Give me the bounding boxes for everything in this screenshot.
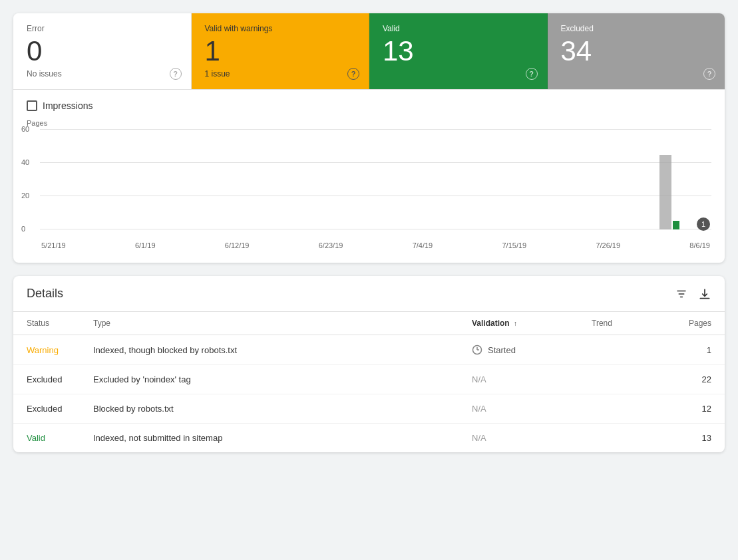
row1-status: Warning xyxy=(27,345,93,355)
x-label-1: 5/21/19 xyxy=(41,241,66,249)
col-header-validation[interactable]: Validation ↑ xyxy=(472,319,592,328)
table-row[interactable]: Excluded Excluded by 'noindex' tag N/A 2… xyxy=(13,365,725,394)
x-label-8: 8/6/19 xyxy=(689,241,710,249)
x-label-2: 6/1/19 xyxy=(135,241,156,249)
excluded-number: 34 xyxy=(561,36,712,67)
bar-group-4 xyxy=(291,130,375,229)
bar-green-last xyxy=(673,221,679,230)
row1-validation: Started xyxy=(472,345,592,355)
status-warning-text: Warning xyxy=(27,345,59,355)
row2-status: Excluded xyxy=(27,374,93,384)
sort-arrow-icon: ↑ xyxy=(514,320,517,327)
row4-pages: 13 xyxy=(658,433,711,443)
tile-error[interactable]: Error 0 No issues ? xyxy=(13,13,192,89)
grid-label-20: 20 xyxy=(21,192,29,200)
warning-label: Valid with warnings xyxy=(205,24,356,33)
bar-group-6 xyxy=(460,130,544,229)
clock-icon xyxy=(472,345,482,355)
bar-group-5 xyxy=(376,130,460,229)
col-header-pages: Pages xyxy=(658,319,711,328)
row4-type: Indexed, not submitted in sitemap xyxy=(93,433,472,443)
x-label-5: 7/4/19 xyxy=(413,241,433,249)
bar-gray-last xyxy=(659,155,671,230)
download-icon[interactable] xyxy=(698,287,711,301)
row1-type: Indexed, though blocked by robots.txt xyxy=(93,345,472,355)
excluded-help-icon[interactable]: ? xyxy=(703,68,715,80)
status-excluded-text-1: Excluded xyxy=(27,374,62,384)
error-label: Error xyxy=(27,24,178,33)
row3-type: Blocked by robots.txt xyxy=(93,404,472,414)
validation-na-1: N/A xyxy=(472,374,486,384)
status-tiles: Error 0 No issues ? Valid with warnings … xyxy=(13,13,725,90)
validation-na-2: N/A xyxy=(472,404,486,414)
tile-warning[interactable]: Valid with warnings 1 1 issue ? xyxy=(192,13,370,89)
row2-pages: 22 xyxy=(658,374,711,384)
row4-validation: N/A xyxy=(472,433,592,443)
grid-label-0: 0 xyxy=(21,225,25,233)
warning-number: 1 xyxy=(205,36,356,67)
error-sub: No issues xyxy=(27,69,178,78)
table-row[interactable]: Excluded Blocked by robots.txt N/A 12 xyxy=(13,394,725,424)
excluded-label: Excluded xyxy=(561,24,712,33)
grid-label-40: 40 xyxy=(21,158,29,166)
chart-area: Pages 60 40 20 0 xyxy=(13,119,725,263)
bar-group-1 xyxy=(40,130,124,229)
details-title: Details xyxy=(27,287,63,301)
details-header: Details xyxy=(13,276,725,312)
col-header-trend: Trend xyxy=(592,319,658,328)
row1-pages: 1 xyxy=(658,345,711,355)
warning-sub: 1 issue xyxy=(205,69,356,78)
x-label-4: 6/23/19 xyxy=(319,241,343,249)
details-actions xyxy=(675,287,711,301)
impressions-label: Impressions xyxy=(43,100,92,111)
chart-bars xyxy=(40,130,711,229)
col-header-type: Type xyxy=(93,319,472,328)
error-number: 0 xyxy=(27,36,178,67)
validation-na-3: N/A xyxy=(472,433,486,443)
filter-icon[interactable] xyxy=(675,288,687,300)
row3-pages: 12 xyxy=(658,404,711,414)
impressions-checkbox[interactable] xyxy=(27,100,37,111)
warning-help-icon[interactable]: ? xyxy=(347,68,359,80)
valid-number: 13 xyxy=(383,36,534,67)
valid-help-icon[interactable]: ? xyxy=(526,68,538,80)
row2-validation: N/A xyxy=(472,374,592,384)
table-header-row: Status Type Validation ↑ Trend Pages xyxy=(13,312,725,335)
bar-group-3 xyxy=(208,130,291,229)
valid-label: Valid xyxy=(383,24,534,33)
row3-status: Excluded xyxy=(27,404,93,414)
x-axis-labels: 5/21/19 6/1/19 6/12/19 6/23/19 7/4/19 7/… xyxy=(40,241,711,249)
status-excluded-text-2: Excluded xyxy=(27,404,62,414)
x-label-6: 7/15/19 xyxy=(502,241,526,249)
x-label-7: 7/26/19 xyxy=(596,241,620,249)
row3-validation: N/A xyxy=(472,404,592,414)
row2-type: Excluded by 'noindex' tag xyxy=(93,374,472,384)
table-row[interactable]: Valid Indexed, not submitted in sitemap … xyxy=(13,424,725,452)
validation-cell-1: Started xyxy=(472,345,592,355)
status-valid-text: Valid xyxy=(27,433,45,443)
table-row[interactable]: Warning Indexed, though blocked by robot… xyxy=(13,335,725,365)
overview-card: Error 0 No issues ? Valid with warnings … xyxy=(13,13,725,263)
impressions-header: Impressions xyxy=(27,100,711,111)
chart-container: 60 40 20 0 xyxy=(40,130,711,249)
x-label-3: 6/12/19 xyxy=(225,241,250,249)
grid-label-60: 60 xyxy=(21,125,29,133)
bar-group-8 xyxy=(628,130,711,229)
bar-group-7 xyxy=(544,130,628,229)
row4-status: Valid xyxy=(27,433,93,443)
chart-y-label: Pages xyxy=(27,119,718,127)
tile-excluded[interactable]: Excluded 34 ? xyxy=(548,13,725,89)
details-card: Details Status Type Validation ↑ Trend P… xyxy=(13,276,725,452)
error-help-icon[interactable]: ? xyxy=(170,68,182,80)
col-header-status: Status xyxy=(27,319,93,328)
bar-group-2 xyxy=(124,130,208,229)
validation-started: Started xyxy=(488,345,516,355)
impressions-section: Impressions xyxy=(13,90,725,111)
tile-valid[interactable]: Valid 13 ? xyxy=(369,13,548,89)
